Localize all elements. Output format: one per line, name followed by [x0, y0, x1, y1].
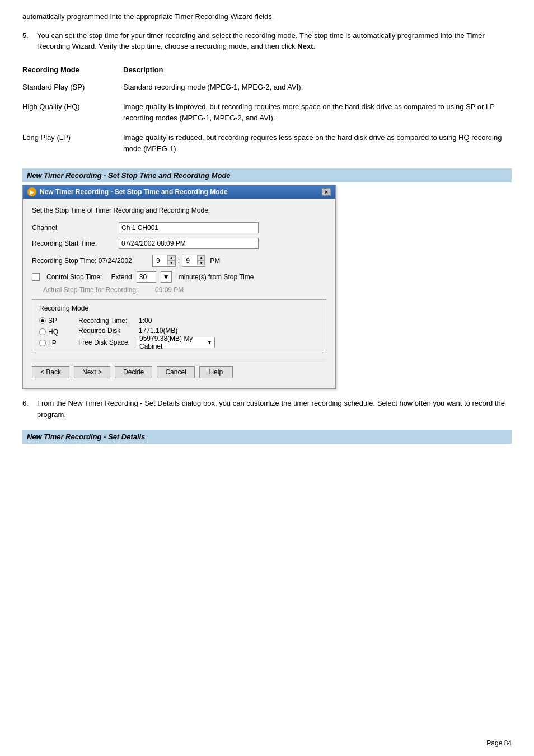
- next-button[interactable]: Next >: [74, 366, 110, 378]
- dialog-title: New Timer Recording - Set Stop Time and …: [40, 188, 228, 196]
- stop-min-up[interactable]: ▲: [197, 255, 205, 260]
- dialog-titlebar: ▶ New Timer Recording - Set Stop Time an…: [23, 185, 335, 199]
- section2-header: New Timer Recording - Set Details: [22, 430, 512, 444]
- stop-min-spin[interactable]: 9 ▲ ▼: [182, 255, 205, 267]
- table-col2-header: Description: [123, 62, 512, 77]
- item-6-content: From the New Timer Recording - Set Detai…: [37, 398, 512, 420]
- spin-arrows-min: ▲ ▼: [197, 255, 205, 266]
- cancel-button[interactable]: Cancel: [157, 366, 194, 378]
- free-disk-label: Free Disk Space:: [78, 339, 134, 346]
- desc-hq: Image quality is improved, but recording…: [123, 97, 512, 128]
- recording-time-label: Recording Time:: [78, 317, 134, 325]
- recording-mode-group: Recording Mode SP HQ LP: [32, 299, 326, 353]
- item-6: 6. From the New Timer Recording - Set De…: [22, 398, 512, 420]
- mode-radios: SP HQ LP: [39, 317, 78, 348]
- mode-sp: Standard Play (SP): [22, 77, 123, 97]
- spin-arrows: ▲ ▼: [167, 255, 175, 266]
- required-disk-row: Required Disk 1771.10(MB): [78, 327, 215, 335]
- stop-hour-up[interactable]: ▲: [167, 255, 175, 260]
- actual-stop-label: Actual Stop Time for Recording:: [43, 286, 155, 294]
- dialog-footer: < Back Next > Decide Cancel Help: [32, 361, 326, 381]
- start-time-row: Recording Start Time:: [32, 238, 326, 249]
- dialog-body: Set the Stop Time of Timer Recording and…: [23, 199, 335, 388]
- mode-hq: High Quality (HQ): [22, 97, 123, 128]
- mode-details: Recording Time: 1:00 Required Disk 1771.…: [78, 317, 215, 348]
- stop-min-down[interactable]: ▼: [197, 260, 205, 265]
- stop-time-row: Recording Stop Time: 07/24/2002 9 ▲ ▼ : …: [32, 255, 326, 267]
- recording-time-row: Recording Time: 1:00: [78, 317, 215, 325]
- item-5-text-after: .: [313, 42, 316, 50]
- channel-label: Channel:: [32, 224, 119, 232]
- extend-label: Extend: [111, 273, 132, 281]
- decide-button[interactable]: Decide: [115, 366, 152, 378]
- mode-sp-label: SP: [48, 317, 57, 325]
- dialog-description: Set the Stop Time of Timer Recording and…: [32, 206, 326, 214]
- mode-hq-label: HQ: [48, 328, 58, 336]
- required-disk-label: Required Disk: [78, 327, 134, 335]
- extend-value: 30: [139, 273, 147, 281]
- control-stop-label: Control Stop Time:: [46, 273, 102, 281]
- page-number: Page 84: [486, 739, 512, 747]
- disk-select-arrow: ▼: [207, 340, 212, 345]
- radio-lp[interactable]: [39, 340, 46, 346]
- table-col1-header: Recording Mode: [22, 62, 123, 77]
- free-disk-select[interactable]: 95979.38(MB) My Cabinet ▼: [137, 337, 215, 348]
- table-row: High Quality (HQ) Image quality is impro…: [22, 97, 512, 128]
- dialog-box: ▶ New Timer Recording - Set Stop Time an…: [22, 185, 336, 389]
- stop-hour-value: 9: [154, 257, 160, 265]
- intro-text: automatically programmed into the approp…: [22, 11, 512, 22]
- item-5-bold: Next: [297, 42, 313, 50]
- back-button[interactable]: < Back: [32, 366, 69, 378]
- help-button[interactable]: Help: [199, 366, 233, 378]
- radio-sp[interactable]: [39, 317, 46, 324]
- desc-sp: Standard recording mode (MPEG-1, MPEG-2,…: [123, 77, 512, 97]
- stop-time-inputs: 9 ▲ ▼ : 9 ▲ ▼ PM: [152, 255, 220, 267]
- item-5-content: You can set the stop time for your timer…: [37, 30, 512, 52]
- start-time-label: Recording Start Time:: [32, 240, 119, 247]
- desc-lp: Image quality is reduced, but recording …: [123, 128, 512, 158]
- free-disk-value: 95979.38(MB) My Cabinet: [139, 335, 207, 350]
- extend-dropdown[interactable]: ▼: [161, 271, 172, 283]
- dialog-close-button[interactable]: ×: [322, 188, 331, 196]
- free-disk-row: Free Disk Space: 95979.38(MB) My Cabinet…: [78, 337, 215, 348]
- recording-time-value: 1:00: [139, 317, 152, 325]
- channel-input[interactable]: [119, 222, 259, 233]
- recording-mode-table: Recording Mode Description Standard Play…: [22, 62, 512, 159]
- radio-hq[interactable]: [39, 328, 46, 335]
- time-separator: :: [178, 257, 180, 265]
- recording-mode-title: Recording Mode: [39, 304, 319, 312]
- actual-stop-row: Actual Stop Time for Recording: 09:09 PM: [32, 286, 326, 294]
- minute-label: minute(s) from Stop Time: [179, 273, 254, 281]
- mode-hq-radio[interactable]: HQ: [39, 328, 78, 336]
- stop-time-label: Recording Stop Time: 07/24/2002: [32, 257, 152, 265]
- table-row: Standard Play (SP) Standard recording mo…: [22, 77, 512, 97]
- start-time-input[interactable]: [119, 238, 259, 249]
- required-disk-value: 1771.10(MB): [139, 327, 177, 335]
- mode-lp-label: LP: [48, 339, 57, 347]
- channel-row: Channel:: [32, 222, 326, 233]
- item-5-number: 5.: [22, 30, 37, 52]
- stop-min-value: 9: [184, 257, 190, 265]
- mode-lp: Long Play (LP): [22, 128, 123, 158]
- stop-ampm: PM: [210, 257, 220, 265]
- mode-sp-radio[interactable]: SP: [39, 317, 78, 325]
- control-stop-row: Control Stop Time: Extend 30 ▼ minute(s)…: [32, 271, 326, 283]
- stop-hour-down[interactable]: ▼: [167, 260, 175, 265]
- stop-hour-spin[interactable]: 9 ▲ ▼: [152, 255, 176, 267]
- actual-stop-value: 09:09 PM: [155, 286, 184, 294]
- item-5: 5. You can set the stop time for your ti…: [22, 30, 512, 52]
- item-6-number: 6.: [22, 398, 37, 420]
- dialog-app-icon: ▶: [27, 187, 36, 196]
- dialog-titlebar-left: ▶ New Timer Recording - Set Stop Time an…: [27, 187, 228, 196]
- control-stop-checkbox[interactable]: [32, 273, 40, 281]
- extend-value-input[interactable]: 30: [137, 271, 156, 283]
- section1-header: New Timer Recording - Set Stop Time and …: [22, 168, 512, 182]
- item-5-text-before: You can set the stop time for your timer…: [37, 31, 485, 51]
- table-row: Long Play (LP) Image quality is reduced,…: [22, 128, 512, 158]
- recording-mode-content: SP HQ LP Recording Time: 1:00: [39, 317, 319, 348]
- mode-lp-radio[interactable]: LP: [39, 339, 78, 347]
